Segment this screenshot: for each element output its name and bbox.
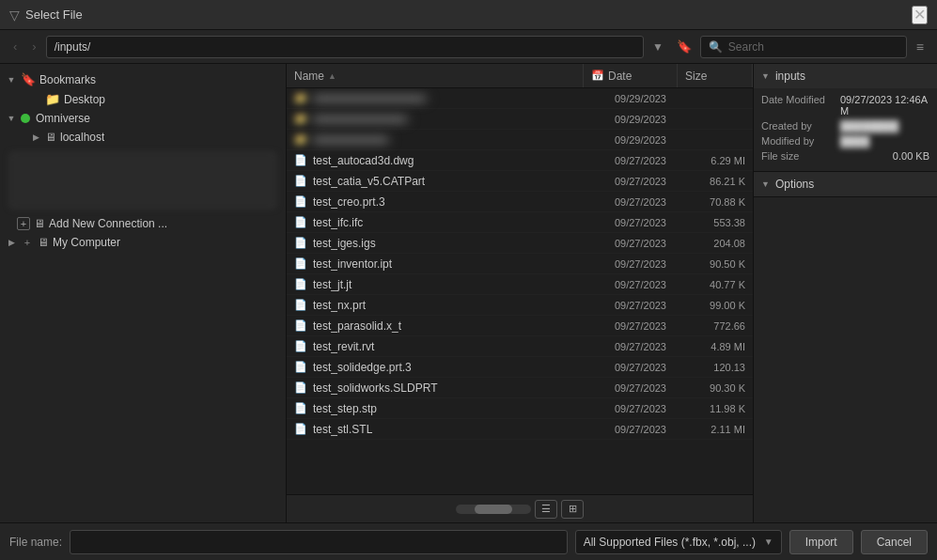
col-size-label: Size xyxy=(685,70,707,83)
file-item-blurred-2[interactable]: 📁 09/29/2023 xyxy=(287,109,753,130)
col-header-size[interactable]: Size xyxy=(678,64,753,87)
file-item-12[interactable]: 📄 test_step.stp 09/27/2023 11.98 K xyxy=(287,398,753,419)
desktop-label: Desktop xyxy=(64,93,105,106)
created-by-label: Created by xyxy=(761,120,836,132)
sidebar-item-desktop[interactable]: 📁 Desktop xyxy=(0,89,286,109)
file-item-3[interactable]: 📄 test_ifc.ifc 09/27/2023 553.38 xyxy=(287,212,753,233)
right-section-inputs-body: Date Modified 09/27/2023 12:46AM Created… xyxy=(754,88,937,171)
col-sort-icon: ▲ xyxy=(328,71,336,81)
file-name-0: 📄 test_autocad3d.dwg xyxy=(294,154,576,167)
file-icon: 📄 xyxy=(294,319,307,333)
right-section-options-header[interactable]: ▼ Options xyxy=(754,172,937,196)
file-name-1: 📄 test_catia_v5.CATPart xyxy=(294,175,576,188)
omniverse-status-dot xyxy=(21,114,30,123)
path-bar[interactable]: /inputs/ xyxy=(46,36,644,58)
file-item-blurred-3[interactable]: 📁 09/29/2023 xyxy=(287,130,753,150)
filename-input[interactable] xyxy=(70,530,568,554)
expand-my-computer-icon: ▶ xyxy=(6,237,17,248)
file-name-11: 📄 test_solidworks.SLDPRT xyxy=(294,381,576,395)
file-item-11[interactable]: 📄 test_solidworks.SLDPRT 09/27/2023 90.3… xyxy=(287,378,753,398)
options-expand-icon: ▼ xyxy=(761,179,770,189)
sidebar-item-my-computer[interactable]: ▶ + 🖥 My Computer xyxy=(0,233,286,252)
file-item-7[interactable]: 📄 test_nx.prt 09/27/2023 99.00 K xyxy=(287,295,753,316)
file-name-2: 📄 test_creo.prt.3 xyxy=(294,195,576,209)
search-input[interactable] xyxy=(728,40,898,54)
file-date-3: 09/29/2023 xyxy=(576,134,670,146)
created-by-value: ████████ xyxy=(840,120,898,132)
file-size-8b: 772.66 xyxy=(670,320,745,332)
file-item-6[interactable]: 📄 test_jt.jt 09/27/2023 40.77 K xyxy=(287,274,753,295)
grid-view-button[interactable]: ⊞ xyxy=(561,500,584,519)
date-modified-value: 09/27/2023 12:46AM xyxy=(840,94,929,117)
bookmark-icon: 🔖 xyxy=(677,39,692,54)
file-date-2b: 09/27/2023 xyxy=(576,196,670,208)
col-date-label: Date xyxy=(608,70,632,83)
filetype-dropdown-icon: ▼ xyxy=(764,537,773,547)
file-icon: 📄 xyxy=(294,340,307,353)
file-date-7b: 09/27/2023 xyxy=(576,300,670,311)
file-icon: 📄 xyxy=(294,257,307,271)
bookmark-button[interactable]: 🔖 xyxy=(672,36,696,57)
file-item-8[interactable]: 📄 test_parasolid.x_t 09/27/2023 772.66 xyxy=(287,316,753,336)
right-section-options: ▼ Options xyxy=(754,172,937,197)
menu-button[interactable]: ≡ xyxy=(911,36,929,58)
col-header-date[interactable]: 📅 Date xyxy=(584,64,678,87)
file-item-13[interactable]: 📄 test_stl.STL 09/27/2023 2.11 MI xyxy=(287,419,753,440)
file-date-0: 09/27/2023 xyxy=(576,155,670,166)
file-size-label: File size xyxy=(761,150,836,162)
file-item-0[interactable]: 📄 test_autocad3d.dwg 09/27/2023 6.29 MI xyxy=(287,150,753,171)
file-icon: 📄 xyxy=(294,361,307,374)
file-date-11b: 09/27/2023 xyxy=(576,382,670,394)
file-item-5[interactable]: 📄 test_inventor.ipt 09/27/2023 90.50 K xyxy=(287,254,753,274)
col-header-name[interactable]: Name ▲ xyxy=(287,64,584,87)
folder-icon: 📁 xyxy=(45,92,60,106)
file-item-blurred-1[interactable]: 📁 09/29/2023 xyxy=(287,88,753,109)
file-size-13b: 2.11 MI xyxy=(670,424,745,435)
file-item-2[interactable]: 📄 test_creo.prt.3 09/27/2023 70.88 K xyxy=(287,192,753,212)
file-date-12b: 09/27/2023 xyxy=(576,403,670,414)
modified-by-value: ████ xyxy=(840,135,869,147)
file-date-2: 09/29/2023 xyxy=(576,114,670,125)
filter-button[interactable]: ▼ xyxy=(648,37,668,57)
file-item-10[interactable]: 📄 test_solidedge.prt.3 09/27/2023 120.13 xyxy=(287,357,753,378)
options-title: Options xyxy=(775,178,814,191)
app-icon: ▽ xyxy=(9,8,20,23)
file-item-1[interactable]: 📄 test_catia_v5.CATPart 09/27/2023 86.21… xyxy=(287,171,753,192)
sidebar-item-bookmarks[interactable]: ▼ 🔖 Bookmarks xyxy=(0,70,286,89)
import-button[interactable]: Import xyxy=(789,530,853,554)
sidebar-item-add-connection[interactable]: + 🖥 Add New Connection ... xyxy=(0,214,286,233)
right-section-inputs-header[interactable]: ▼ inputs xyxy=(754,64,937,88)
file-icon: 📄 xyxy=(294,402,307,415)
close-button[interactable]: ✕ xyxy=(912,6,928,24)
horizontal-scrollbar[interactable] xyxy=(456,505,531,514)
file-date-13b: 09/27/2023 xyxy=(576,424,670,435)
file-name-8: 📄 test_parasolid.x_t xyxy=(294,319,576,333)
sidebar-item-localhost[interactable]: ▶ 🖥 localhost xyxy=(0,128,286,147)
forward-button[interactable]: › xyxy=(26,36,41,57)
filetype-select[interactable]: All Supported Files (*.fbx, *.obj, ...) … xyxy=(575,530,782,554)
my-computer-label: My Computer xyxy=(53,236,120,249)
file-icon: 📄 xyxy=(294,423,307,436)
date-modified-label: Date Modified xyxy=(761,94,836,105)
file-date-4b: 09/27/2023 xyxy=(576,238,670,249)
prop-row-created-by: Created by ████████ xyxy=(761,120,929,132)
bookmarks-label: Bookmarks xyxy=(39,73,96,86)
cancel-button[interactable]: Cancel xyxy=(861,530,928,554)
search-box[interactable]: 🔍 xyxy=(700,36,907,58)
file-item-4[interactable]: 📄 test_iges.igs 09/27/2023 204.08 xyxy=(287,233,753,254)
right-section-inputs: ▼ inputs Date Modified 09/27/2023 12:46A… xyxy=(754,64,937,172)
file-size-9b: 4.89 MI xyxy=(670,341,745,352)
file-item-9[interactable]: 📄 test_revit.rvt 09/27/2023 4.89 MI xyxy=(287,336,753,357)
file-date-9b: 09/27/2023 xyxy=(576,341,670,352)
back-button[interactable]: ‹ xyxy=(8,36,23,57)
prop-row-modified-by: Modified by ████ xyxy=(761,135,929,147)
sidebar-placeholder xyxy=(9,152,276,209)
path-text: /inputs/ xyxy=(55,40,91,54)
list-view-button[interactable]: ☰ xyxy=(535,500,557,519)
inputs-title: inputs xyxy=(775,70,805,83)
add-connection-label: Add New Connection ... xyxy=(49,217,167,230)
file-date-10b: 09/27/2023 xyxy=(576,362,670,373)
view-toggle-bar: ☰ ⊞ xyxy=(287,494,753,522)
filetype-label: All Supported Files (*.fbx, *.obj, ...) xyxy=(584,536,756,549)
sidebar-item-omniverse[interactable]: ▼ Omniverse xyxy=(0,109,286,128)
